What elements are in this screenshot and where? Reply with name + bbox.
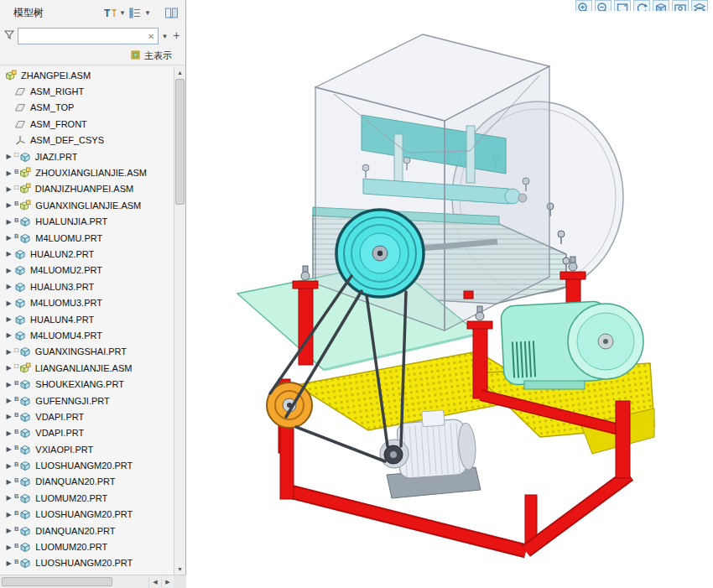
tree-item[interactable]: ▶BGUANXINGLIANJIE.ASM xyxy=(0,197,174,213)
tree-item[interactable]: ▶BSHOUKEXIANG.PRT xyxy=(0,376,174,392)
expand-arrow-icon[interactable]: ▶ xyxy=(3,429,14,437)
tree-item[interactable]: ▶BVDAPI.PRT xyxy=(0,408,174,424)
tree-columns-caret-icon[interactable]: ▼ xyxy=(143,9,152,17)
model-tree-title: 模型树 xyxy=(13,6,44,20)
tree-item[interactable]: ▶□JIAZI.PRT xyxy=(0,148,174,164)
tree-item[interactable]: ▶BVXIAOPI.PRT xyxy=(0,441,174,457)
tree-item[interactable]: ▶BZHOUXIANGLIANJIE.ASM xyxy=(0,164,174,180)
tree-search-input[interactable] xyxy=(18,31,144,41)
expand-arrow-icon[interactable]: ▶ xyxy=(3,381,14,388)
expand-arrow-icon[interactable]: ▶ xyxy=(3,364,14,372)
tree-item-label: LUOSHUANGM20.PRT xyxy=(35,509,133,519)
tree-item[interactable]: ▶M4LUOMU2.PRT xyxy=(0,263,174,278)
tree-vertical-scrollbar[interactable]: ▲ ▼ xyxy=(174,67,185,575)
expand-arrow-icon[interactable]: ▶ xyxy=(3,283,14,290)
tree-item[interactable]: ▶BGUFENNGJI.PRT xyxy=(0,393,174,408)
tree-item-label: HUALUN4.PRT xyxy=(30,315,94,325)
tree-item-label: VDAPI.PRT xyxy=(35,428,84,438)
expand-arrow-icon[interactable]: ▶ xyxy=(3,445,14,453)
expand-arrow-icon[interactable]: ▶ xyxy=(3,494,14,502)
tree-item[interactable]: ▶BHUALUNJIA.PRT xyxy=(0,214,174,230)
tree-item[interactable]: ▶M4LUOMU4.PRT xyxy=(0,327,174,343)
plane-icon xyxy=(14,118,28,130)
expand-arrow-icon[interactable]: ▶ xyxy=(3,331,14,339)
expand-arrow-icon[interactable]: ▶ xyxy=(3,299,14,307)
scroll-down-arrow[interactable]: ▼ xyxy=(174,564,185,575)
tree-item[interactable]: ▶HUALUN4.PRT xyxy=(0,311,174,327)
tree-item-label: DIANQUAN20.PRT xyxy=(35,526,115,536)
expand-arrow-icon[interactable]: ▶ xyxy=(3,527,14,534)
expand-arrow-icon[interactable]: ▶ xyxy=(3,169,14,177)
tree-item-label: ZHOUXIANGLIANJIE.ASM xyxy=(35,168,147,178)
expand-arrow-icon[interactable]: ▶ xyxy=(3,250,14,258)
scroll-left-arrow[interactable]: ◀ xyxy=(148,576,161,588)
part-icon xyxy=(19,346,33,357)
tree-item-label: DIANQUAN20.PRT xyxy=(35,476,115,487)
expand-arrow-icon[interactable]: ▶ xyxy=(3,544,14,551)
tree-item[interactable]: ▶BLUOMUM20.PRT xyxy=(0,539,174,554)
tree-horizontal-scrollbar[interactable]: ◀ ▶ xyxy=(0,575,186,588)
expand-arrow-icon[interactable]: ▶ xyxy=(3,462,14,470)
expand-search-button[interactable]: + xyxy=(171,29,182,43)
tree-item[interactable]: ▶□LIANGANLIANJIE.ASM xyxy=(0,360,174,376)
tree-item[interactable]: ▶BLUOSHUANGM20.PRT xyxy=(0,555,174,571)
vertical-scroll-thumb[interactable] xyxy=(175,79,185,205)
tree-item[interactable]: ▶ASM_RIGHT xyxy=(0,83,174,99)
part-icon xyxy=(19,444,33,455)
expand-arrow-icon[interactable]: ▶ xyxy=(3,397,14,404)
expand-arrow-icon[interactable]: ▶ xyxy=(3,413,14,420)
status-mark: B xyxy=(14,558,18,565)
horizontal-scroll-thumb[interactable] xyxy=(2,577,112,586)
tree-filter-icon[interactable]: T xyxy=(101,4,118,21)
expand-arrow-icon[interactable]: ▶ xyxy=(3,234,14,242)
expand-arrow-icon[interactable]: ▶ xyxy=(3,348,14,356)
tree-item[interactable]: ▶BLUOSHUANGM20.PRT xyxy=(0,457,174,473)
expand-arrow-icon[interactable]: ▶ xyxy=(3,218,14,226)
status-mark: B xyxy=(14,200,18,207)
tree-item[interactable]: ▶ASM_TOP xyxy=(0,100,174,116)
tree-item[interactable]: ▶ASM_FRONT xyxy=(0,116,174,132)
tree-item-label: LUOMUM20.PRT xyxy=(35,542,107,552)
tree-item[interactable]: ▶ASM_DEF_CSYS xyxy=(0,133,174,148)
tree-item-label: SHOUKEXIANG.PRT xyxy=(35,379,124,389)
tree-item[interactable]: ▶□GUANXINGSHAI.PRT xyxy=(0,344,174,360)
funnel-icon[interactable] xyxy=(3,29,15,44)
part-icon xyxy=(19,557,33,569)
tree-item[interactable]: ▶BM4LUOMU.PRT xyxy=(0,230,174,246)
tree-item-label: ASM_DEF_CSYS xyxy=(30,135,104,145)
scroll-up-arrow[interactable]: ▲ xyxy=(174,67,185,78)
tree-item-label: M4LUOMU3.PRT xyxy=(30,298,102,308)
expand-arrow-icon[interactable]: ▶ xyxy=(3,185,14,193)
tree-item[interactable]: ▶BLUOSHUANGM20.PRT xyxy=(0,507,174,523)
tree-item[interactable]: ▶HUALUN2.PRT xyxy=(0,246,174,262)
tree-item[interactable]: ▶BDIANQUAN20.PRT xyxy=(0,474,174,490)
tree-item[interactable]: ZHANGPEI.ASM xyxy=(0,67,174,83)
graphics-viewport[interactable] xyxy=(187,0,713,588)
expand-arrow-icon[interactable]: ▶ xyxy=(3,267,14,274)
assembly-icon xyxy=(19,362,33,374)
part-icon xyxy=(19,151,33,163)
expand-arrow-icon[interactable]: ▶ xyxy=(3,559,14,567)
assembly-3d-model[interactable] xyxy=(187,0,713,588)
expand-arrow-icon[interactable]: ▶ xyxy=(3,478,14,486)
status-mark: B xyxy=(14,168,18,175)
tree-item[interactable]: ▶HUALUN3.PRT xyxy=(0,278,174,294)
clear-search-icon[interactable]: ✕ xyxy=(144,32,158,41)
expand-arrow-icon[interactable]: ▶ xyxy=(3,511,14,518)
tree-item[interactable]: ▶BDIANQUAN20.PRT xyxy=(0,523,174,539)
expand-arrow-icon[interactable]: ▶ xyxy=(3,201,14,209)
status-mark: B xyxy=(14,492,18,500)
scroll-right-arrow[interactable]: ▶ xyxy=(161,576,174,588)
search-dropdown-caret-icon[interactable]: ▼ xyxy=(161,33,168,40)
tree-item[interactable]: ▶M4LUOMU3.PRT xyxy=(0,294,174,310)
tree-settings-icon[interactable] xyxy=(164,4,180,21)
expand-arrow-icon[interactable]: ▶ xyxy=(3,315,14,323)
status-mark: □ xyxy=(14,362,18,370)
tree-item[interactable]: ▶BVDAPI.PRT xyxy=(0,425,174,441)
tree-item[interactable]: ▶□DIANJIZHUANPEI.ASM xyxy=(0,181,174,197)
tree-filter-caret-icon[interactable]: ▼ xyxy=(118,9,127,17)
tree-columns-icon[interactable] xyxy=(127,4,143,21)
expand-arrow-icon[interactable]: ▶ xyxy=(3,153,14,160)
plane-icon xyxy=(14,86,28,97)
tree-item[interactable]: ▶BLUOMUM20.PRT xyxy=(0,490,174,506)
